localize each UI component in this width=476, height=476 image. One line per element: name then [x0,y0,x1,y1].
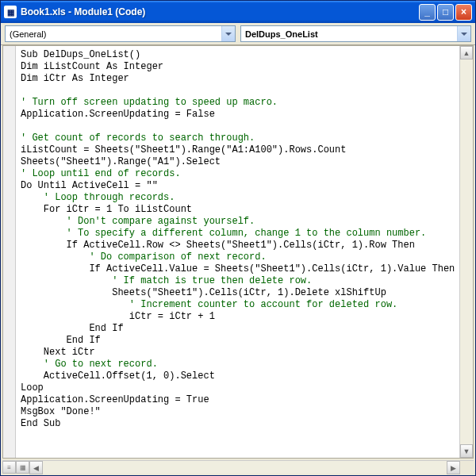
code-line: End Sub [21,418,60,429]
chevron-down-icon [221,26,235,41]
scroll-up-button[interactable]: ▲ [460,46,473,60]
code-line: ' Go to next record. [21,359,158,370]
code-line: iListCount = Sheets("Sheet1").Range("A1:… [21,144,346,155]
code-line: ' Get count of records to search through… [21,132,255,144]
scroll-track[interactable] [460,60,473,444]
code-line: Application.ScreenUpdating = True [21,394,209,405]
code-line: ' Do comparison of next record. [21,251,267,263]
object-dropdown[interactable]: (General) [5,25,236,42]
maximize-button[interactable]: □ [437,4,454,21]
dropdown-bar: (General) DelDups_OneList [1,23,475,45]
scroll-track[interactable] [43,461,447,474]
code-line: ' To specify a different column, change … [21,228,426,239]
code-line: If ActiveCell.Value = Sheets("Sheet1").C… [21,263,455,274]
scroll-right-button[interactable]: ▶ [447,461,460,474]
chevron-down-icon [457,26,470,41]
code-line: Sub DelDups_OneList() [21,49,140,60]
vertical-scrollbar[interactable]: ▲ ▼ [459,46,473,458]
procedure-dropdown-value: DelDups_OneList [245,29,318,39]
app-icon: ▦ [4,6,17,18]
resize-grip[interactable] [460,461,474,474]
code-line: ActiveCell.Offset(1, 0).Select [21,370,215,382]
code-line: Sheets("Sheet1").Range("A1").Select [21,156,221,167]
titlebar[interactable]: ▦ Book1.xls - Module1 (Code) _ □ × [1,1,475,23]
scroll-left-button[interactable]: ◀ [29,461,43,474]
code-margin [3,46,16,458]
code-pane: Sub DelDups_OneList() Dim iListCount As … [2,45,474,459]
procedure-dropdown[interactable]: DelDups_OneList [240,25,471,42]
full-view-button[interactable]: ▦ [16,461,29,474]
minimize-button[interactable]: _ [419,4,436,21]
code-line: Do Until ActiveCell = "" [21,180,158,191]
code-line: End If [21,323,124,334]
code-line: Dim iCtr As Integer [21,73,129,84]
code-line: iCtr = iCtr + 1 [21,311,215,322]
code-line: ' Don't compare against yourself. [21,216,255,227]
code-line: ' Turn off screen updating to speed up m… [21,97,278,108]
close-button[interactable]: × [455,4,472,21]
code-line: If ActiveCell.Row <> Sheets("Sheet1").Ce… [21,240,415,251]
code-line: ' Loop until end of records. [21,168,181,179]
code-line: MsgBox "Done!" [21,406,101,417]
scroll-down-button[interactable]: ▼ [460,444,473,458]
code-line: ' If match is true then delete row. [21,275,312,286]
code-editor[interactable]: Sub DelDups_OneList() Dim iListCount As … [3,46,459,458]
code-line: ' Loop through records. [21,192,175,203]
code-line: For iCtr = 1 To iListCount [21,204,192,215]
code-line: Next iCtr [21,347,95,358]
window-title: Book1.xls - Module1 (Code) [21,6,419,17]
window-buttons: _ □ × [419,4,472,21]
proc-view-button[interactable]: ≡ [2,461,16,474]
code-line: Dim iListCount As Integer [21,61,163,72]
code-window: ▦ Book1.xls - Module1 (Code) _ □ × (Gene… [0,0,476,476]
code-line: Loop [21,382,44,393]
object-dropdown-value: (General) [10,29,46,39]
code-line: Application.ScreenUpdating = False [21,109,215,120]
code-line: Sheets("Sheet1").Cells(iCtr, 1).Delete x… [21,287,386,298]
code-line: ' Increment counter to account for delet… [21,299,397,310]
code-line: End If [21,335,101,346]
horizontal-scrollbar[interactable]: ≡ ▦ ◀ ▶ [2,460,474,474]
view-mode-buttons: ≡ ▦ [2,461,29,474]
